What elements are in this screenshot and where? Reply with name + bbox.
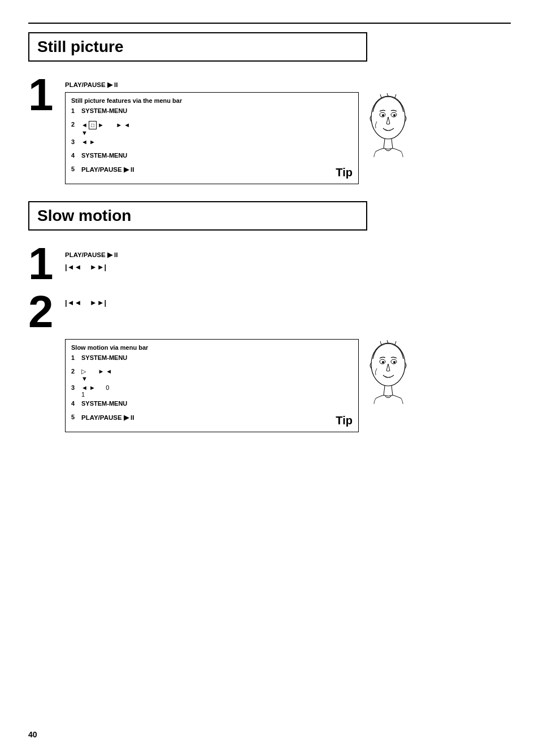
svg-line-8 bbox=[384, 139, 385, 149]
svg-line-19 bbox=[392, 386, 393, 396]
svg-line-18 bbox=[384, 386, 385, 396]
slow-step1-content: PLAY/PAUSE ▶ II |◄◄ ►►| bbox=[65, 241, 511, 284]
top-rule bbox=[28, 23, 511, 24]
still-picture-feature-box: Still picture features via the menu bar … bbox=[65, 92, 359, 184]
svg-line-13 bbox=[395, 341, 396, 345]
svg-line-1 bbox=[380, 94, 381, 98]
slow-step1-line2: |◄◄ ►►| bbox=[65, 262, 511, 272]
svg-point-6 bbox=[382, 114, 384, 116]
svg-line-9 bbox=[392, 139, 393, 149]
slow-step1-line1: PLAY/PAUSE ▶ II bbox=[65, 249, 511, 259]
feature-row-4: 4 SYSTEM-MENU bbox=[71, 152, 353, 163]
feature-row-1: 1 SYSTEM-MENU bbox=[71, 107, 353, 119]
row4-content: SYSTEM-MENU bbox=[81, 152, 127, 159]
slow-motion-step1: 1 PLAY/PAUSE ▶ II |◄◄ ►►| bbox=[28, 241, 511, 284]
still-picture-feature-title: Still picture features via the menu bar bbox=[71, 97, 353, 104]
svg-point-7 bbox=[393, 114, 395, 116]
row5-playpause: PLAY/PAUSE ▶ II bbox=[81, 166, 134, 173]
slow-motion-section: Slow motion 1 PLAY/PAUSE ▶ II |◄◄ ►►| 2 bbox=[28, 201, 511, 432]
row2-arrows: ► ◄ bbox=[116, 121, 130, 128]
svg-line-11 bbox=[380, 341, 381, 345]
slow-motion-tip: Tip bbox=[336, 414, 353, 427]
slow-motion-heading-box: Slow motion bbox=[28, 201, 367, 231]
feature-row-5: 5 PLAY/PAUSE ▶ II bbox=[71, 166, 353, 177]
feature-row-2: 2 ◄□► ► ◄ ▼ bbox=[71, 121, 353, 136]
svg-point-16 bbox=[382, 361, 384, 363]
slow-step1-number: 1 bbox=[28, 241, 65, 284]
still-picture-section: Still picture 1 PLAY/PAUSE ▶ II Still pi… bbox=[28, 32, 511, 184]
face-illustration-slow bbox=[364, 339, 412, 404]
slow-feature-row-5: 5 PLAY/PAUSE ▶ II bbox=[71, 414, 353, 425]
face-svg-still bbox=[364, 92, 412, 157]
still-picture-title: Still picture bbox=[37, 38, 358, 56]
face-illustration-still bbox=[364, 92, 412, 157]
still-picture-step1: 1 PLAY/PAUSE ▶ II Still picture features… bbox=[28, 72, 511, 184]
step1-content: PLAY/PAUSE ▶ II Still picture features v… bbox=[65, 72, 511, 184]
svg-point-17 bbox=[393, 361, 395, 363]
face-svg-slow bbox=[364, 339, 412, 404]
slow-step2-number: 2 bbox=[28, 289, 65, 332]
slow-feature-row-2: 2 ▷ ► ◄ ▼ bbox=[71, 368, 353, 382]
step1-instruction: PLAY/PAUSE ▶ II bbox=[65, 80, 511, 89]
row3-arrows: ◄ ► bbox=[81, 138, 95, 145]
slow-step2-content: |◄◄ ►►| bbox=[65, 289, 511, 332]
slow-feature-row-3: 3 ◄ ► 0 1 bbox=[71, 384, 353, 398]
slow-motion-feature-box: Slow motion via menu bar 1 SYSTEM-MENU 2… bbox=[65, 339, 359, 432]
slow-feature-row-4: 4 SYSTEM-MENU bbox=[71, 400, 353, 411]
step1-number: 1 bbox=[28, 72, 65, 184]
film-icon: □ bbox=[89, 121, 97, 129]
slow-feature-row-1: 1 SYSTEM-MENU bbox=[71, 354, 353, 366]
page-number: 40 bbox=[28, 730, 37, 739]
slow-motion-feature-title: Slow motion via menu bar bbox=[71, 344, 353, 351]
slow-motion-title: Slow motion bbox=[37, 207, 358, 225]
row1-content: SYSTEM-MENU bbox=[81, 107, 127, 114]
slow-motion-step2: 2 |◄◄ ►►| bbox=[28, 289, 511, 332]
slow-row2-triangle: ▷ bbox=[81, 368, 86, 375]
still-picture-heading-box: Still picture bbox=[28, 32, 367, 62]
step1-play-pause: PLAY/PAUSE ▶ II bbox=[65, 81, 118, 88]
slow-motion-feature-area: Slow motion via menu bar 1 SYSTEM-MENU 2… bbox=[65, 339, 511, 432]
svg-line-3 bbox=[395, 94, 396, 98]
feature-row-3: 3 ◄ ► bbox=[71, 138, 353, 150]
row2-icon: ◄□► bbox=[81, 121, 104, 128]
row2-down: ▼ bbox=[81, 129, 88, 136]
still-picture-tip: Tip bbox=[336, 166, 353, 179]
still-picture-feature-area: Still picture features via the menu bar … bbox=[65, 92, 511, 184]
